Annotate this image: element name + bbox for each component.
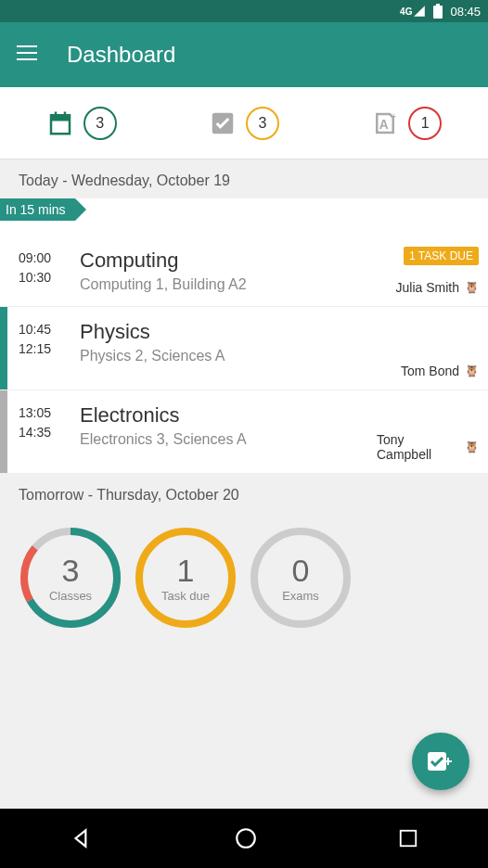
network-label: 4G	[400, 6, 412, 17]
class-main: Computing Computing 1, Building A2	[80, 217, 377, 306]
svg-rect-10	[400, 831, 416, 847]
class-teacher: Julia Smith	[396, 280, 459, 295]
exam-icon: A+	[371, 109, 399, 137]
class-start: 09:00	[19, 249, 80, 268]
class-start: 13:05	[19, 403, 80, 423]
tasks-count: 3	[259, 115, 267, 132]
class-end: 14:35	[19, 423, 80, 442]
calendar-icon	[46, 109, 74, 137]
class-times: 13:05 14:35	[7, 390, 80, 473]
class-right: Tony Campbell 🦉	[377, 390, 488, 473]
class-location: Computing 1, Building A2	[80, 276, 377, 293]
schedule-count: 3	[96, 115, 104, 132]
fab-add[interactable]	[412, 733, 469, 790]
class-accent	[0, 390, 7, 473]
class-main: Electronics Electronics 3, Sciences A	[80, 390, 377, 473]
tomorrow-header: Tomorrow - Thursday, October 20	[0, 474, 488, 513]
class-times: 10:45 12:15	[7, 307, 80, 389]
class-accent	[0, 307, 7, 389]
class-accent	[0, 217, 7, 306]
class-teacher: Tony Campbell	[377, 432, 459, 462]
ring-classes[interactable]: 3Classes	[19, 526, 122, 630]
home-icon[interactable]	[234, 826, 258, 850]
class-end: 10:30	[19, 268, 80, 287]
class-card[interactable]: 10:45 12:15 Physics Physics 2, Sciences …	[0, 307, 488, 390]
ring-tasks[interactable]: 1Task due	[134, 526, 238, 630]
ring-num: 1	[177, 553, 195, 589]
tab-tasks[interactable]: 3	[209, 107, 279, 140]
tasks-count-badge: 3	[246, 107, 279, 140]
ring-exams[interactable]: 0Exams	[249, 526, 353, 630]
today-classes: In 15 mins 09:00 10:30 Computing Computi…	[0, 198, 488, 474]
battery-icon	[433, 4, 443, 19]
class-subject: Electronics	[80, 403, 377, 428]
class-subject: Computing	[80, 249, 377, 273]
ring-label: Classes	[49, 589, 92, 603]
svg-point-9	[237, 829, 255, 848]
class-start: 10:45	[19, 320, 80, 339]
tab-schedule[interactable]: 3	[46, 107, 117, 140]
status-bar: 4G 08:45	[0, 0, 488, 22]
tab-bar: 3 3 A+ 1	[0, 87, 488, 160]
class-location: Physics 2, Sciences A	[80, 348, 377, 364]
class-times: 09:00 10:30	[7, 217, 80, 306]
schedule-count-badge: 3	[83, 107, 117, 140]
class-right: Tom Bond 🦉	[377, 307, 488, 389]
android-nav-bar	[0, 809, 488, 868]
exams-count: 1	[421, 115, 430, 132]
checkbox-icon	[209, 109, 237, 137]
task-due-badge: 1 TASK DUE	[404, 247, 479, 265]
teacher-icon: 🦉	[465, 440, 479, 453]
svg-text:+: +	[392, 111, 397, 121]
teacher-icon: 🦉	[465, 364, 479, 377]
exams-count-badge: 1	[408, 107, 442, 140]
today-header: Today - Wednesday, October 19	[0, 160, 488, 198]
back-icon[interactable]	[70, 826, 94, 850]
network-signal: 4G	[400, 5, 426, 18]
app-bar: Dashboard	[0, 22, 488, 87]
class-location: Electronics 3, Sciences A	[80, 431, 377, 448]
ring-label: Exams	[282, 589, 319, 603]
class-card[interactable]: 13:05 14:35 Electronics Electronics 3, S…	[0, 390, 488, 474]
class-main: Physics Physics 2, Sciences A	[80, 307, 377, 389]
ribbon-countdown: In 15 mins	[0, 198, 75, 221]
status-time: 08:45	[450, 5, 481, 19]
recent-icon[interactable]	[398, 828, 418, 849]
ribbon-text: In 15 mins	[6, 202, 66, 217]
svg-text:A: A	[379, 118, 389, 132]
class-right: 1 TASK DUE Julia Smith 🦉	[377, 217, 488, 306]
ring-num: 0	[292, 553, 310, 589]
class-end: 12:15	[19, 339, 80, 359]
class-teacher: Tom Bond	[401, 364, 459, 378]
signal-icon	[413, 5, 426, 18]
teacher-icon: 🦉	[465, 281, 479, 294]
tomorrow-summary: 3Classes 1Task due 0Exams	[0, 513, 488, 643]
page-title: Dashboard	[67, 42, 175, 68]
class-subject: Physics	[80, 320, 377, 344]
ring-label: Task due	[161, 589, 210, 603]
hamburger-icon[interactable]	[17, 45, 37, 64]
tab-exams[interactable]: A+ 1	[371, 107, 442, 140]
add-task-icon	[428, 750, 454, 772]
ring-num: 3	[62, 553, 80, 589]
